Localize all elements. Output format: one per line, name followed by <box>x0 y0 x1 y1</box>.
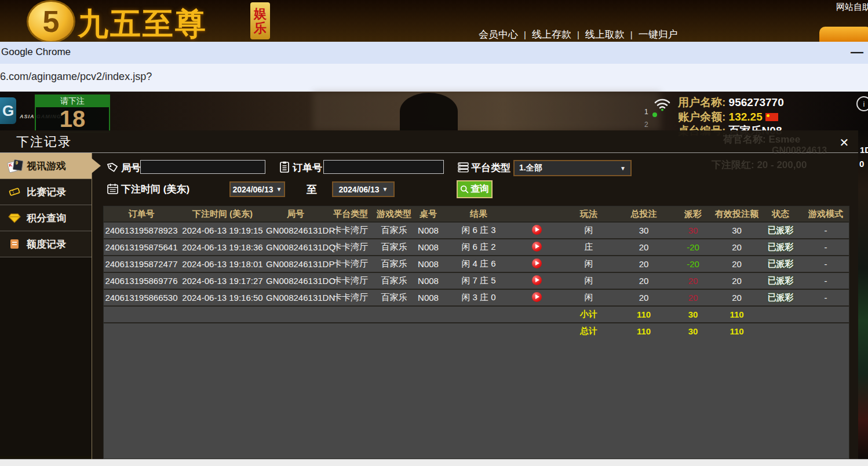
search-button[interactable]: 查询 <box>457 180 493 198</box>
order-number-input[interactable] <box>323 160 444 174</box>
screen: 5 九五至尊 娱 乐 网站自助 会员中心 | 线上存款 | 线上取款 | 一键归… <box>0 0 868 466</box>
sidebar-item-points-query[interactable]: 积分查询 <box>0 205 92 231</box>
user-name-line: 用户名称: 956273770 <box>678 95 784 110</box>
balance-value: 132.25 <box>729 111 763 123</box>
replay-button[interactable] <box>532 225 542 235</box>
nav-withdraw[interactable]: 线上取款 <box>585 28 625 41</box>
gem-icon <box>8 212 21 224</box>
modal-title: 下注记录 <box>16 133 72 151</box>
col-valid-bet: 有效投注额 <box>715 206 758 222</box>
col-platform: 平台类型 <box>325 206 376 222</box>
asia-gaming-logo: G <box>0 97 16 124</box>
sidebar-item-match-records[interactable]: 比赛记录 <box>0 179 92 205</box>
logo-coin-digit: 5 <box>43 4 60 39</box>
info-icon[interactable]: i <box>856 96 868 111</box>
date-to-select[interactable]: 2024/06/13 ▼ <box>332 181 395 197</box>
table-row: 2406131958756412024-06-13 19:18:36GN0082… <box>104 239 849 256</box>
road-dot <box>652 112 657 117</box>
table-header-row: 订单号 下注时间 (美东) 局号 平台类型 游戏类型 桌号 结果 玩法 总投注 … <box>104 206 849 222</box>
bleed-bet-limit: 下注限红: 20 - 200,00 <box>712 158 807 172</box>
platform-type-select[interactable]: 1.全部 ▼ <box>513 160 632 176</box>
window-bottom-edge <box>0 459 868 466</box>
dealer-silhouette <box>400 93 458 130</box>
bet-records-table: 订单号 下注时间 (美东) 局号 平台类型 游戏类型 桌号 结果 玩法 总投注 … <box>103 206 849 459</box>
sidebar-item-label: 比赛记录 <box>27 185 66 199</box>
sidebar-item-label: 额度记录 <box>27 238 66 251</box>
nav-deposit[interactable]: 线上存款 <box>532 28 571 41</box>
sidebar-item-quota-records[interactable]: 额度记录 <box>0 231 92 257</box>
chevron-down-icon: ▼ <box>382 186 388 192</box>
sidebar-item-label: 积分查询 <box>27 212 66 225</box>
order-list-icon <box>278 161 291 173</box>
col-bet-time: 下注时间 (美东) <box>179 206 266 222</box>
chevron-down-icon: ▼ <box>276 186 282 192</box>
subtotal-row: 小计 110 30 110 <box>104 306 849 323</box>
grand-total-label: 总计 <box>561 323 617 339</box>
order-number-label: 订单号 <box>293 161 322 174</box>
subtotal-label: 小计 <box>561 306 617 323</box>
bleed-round-id: GN00824613 <box>772 145 827 156</box>
date-from-value: 2024/06/13 <box>233 185 273 194</box>
bleed-dealer-name: 荷官名称: Esmee <box>723 133 800 146</box>
round-id-fragment: 1D <box>860 145 868 155</box>
table-row: 2406131958724772024-06-13 19:18:01GN0082… <box>104 256 849 272</box>
top-nav: 会员中心 | 线上存款 | 线上取款 | 一键归户 <box>479 28 678 41</box>
logo-coin-icon: 5 <box>27 0 75 43</box>
search-icon <box>460 185 469 194</box>
grand-total-payout: 30 <box>671 323 715 339</box>
date-to-label: 至 <box>307 183 317 196</box>
close-icon[interactable]: ✕ <box>837 135 852 150</box>
grand-total-row: 总计 110 30 110 <box>104 323 849 339</box>
round-number-label: 局号 <box>121 161 141 174</box>
sidebar-item-label: 视讯游戏 <box>27 159 66 173</box>
grand-total-valid-bet: 110 <box>715 323 758 339</box>
col-game-mode: 游戏模式 <box>803 206 849 222</box>
table-row: 2406131958789232024-06-13 19:19:15GN0082… <box>104 222 849 239</box>
logout-button[interactable] <box>819 27 868 42</box>
tag-icon <box>106 161 119 173</box>
user-name-value: 956273770 <box>729 96 784 108</box>
subtotal-payout: 30 <box>671 306 715 323</box>
logo-badge: 娱 乐 <box>250 2 270 39</box>
replay-button[interactable] <box>532 275 542 285</box>
site-topbar: 5 九五至尊 娱 乐 网站自助 会员中心 | 线上存款 | 线上取款 | 一键归… <box>0 0 868 42</box>
live-video-strip: G ASIA GAMING 请下注 18 1 2 用户名称: 956273770… <box>0 92 868 130</box>
platform-type-value: 1.全部 <box>519 163 542 173</box>
chrome-titlebar: Google Chrome — <box>0 42 868 64</box>
round-number-input[interactable] <box>140 160 265 174</box>
subtotal-valid-bet: 110 <box>715 306 758 323</box>
sidebar-empty-area <box>0 257 92 456</box>
betting-records-modal: 下注记录 ✕ 荷官名称: Esmee GN00824613 下注限红: 20 -… <box>0 130 858 459</box>
replay-button[interactable] <box>532 259 542 268</box>
background-bleed-strip: 1D 0 <box>858 130 868 459</box>
countdown-value: 18 <box>36 107 109 130</box>
bet-time-label: 下注时间 (美东) <box>121 183 189 196</box>
nav-one-key-transfer[interactable]: 一键归户 <box>639 28 678 41</box>
balance-line: 账户余额: 132.25 <box>678 110 778 125</box>
modal-sidebar: K9 视讯游戏 比赛记录 <box>0 153 92 459</box>
platform-type-label: 平台类型 <box>471 161 510 174</box>
col-play: 玩法 <box>561 206 617 222</box>
sidebar-item-video-games[interactable]: K9 视讯游戏 <box>0 153 92 179</box>
replay-button[interactable] <box>532 242 542 252</box>
url-text: 6.com/agingame/pcv2/index.jsp? <box>0 71 152 83</box>
date-from-select[interactable]: 2024/06/13 ▼ <box>229 181 285 197</box>
site-home-link[interactable]: 网站自助 <box>836 2 868 13</box>
nav-separator: | <box>524 30 526 39</box>
bet-countdown-box: 请下注 18 <box>35 94 110 133</box>
replay-button[interactable] <box>532 292 542 302</box>
col-order-no: 订单号 <box>104 206 179 222</box>
road-marker-1: 1 <box>644 108 648 116</box>
minimize-button[interactable]: — <box>847 43 867 61</box>
limit-fragment: 0 <box>859 159 864 169</box>
col-round-no: 局号 <box>266 206 325 222</box>
nav-member-center[interactable]: 会员中心 <box>479 28 518 41</box>
table-row: 2406131958697762024-06-13 19:17:27GN0082… <box>104 272 849 289</box>
chevron-down-icon: ▼ <box>620 165 626 172</box>
document-icon <box>8 238 21 250</box>
col-game-type: 游戏类型 <box>376 206 412 222</box>
site-logo: 九五至尊 <box>78 3 207 45</box>
wifi-icon <box>654 97 671 111</box>
address-bar[interactable]: 6.com/agingame/pcv2/index.jsp? <box>0 64 868 93</box>
col-table-no: 桌号 <box>412 206 444 222</box>
